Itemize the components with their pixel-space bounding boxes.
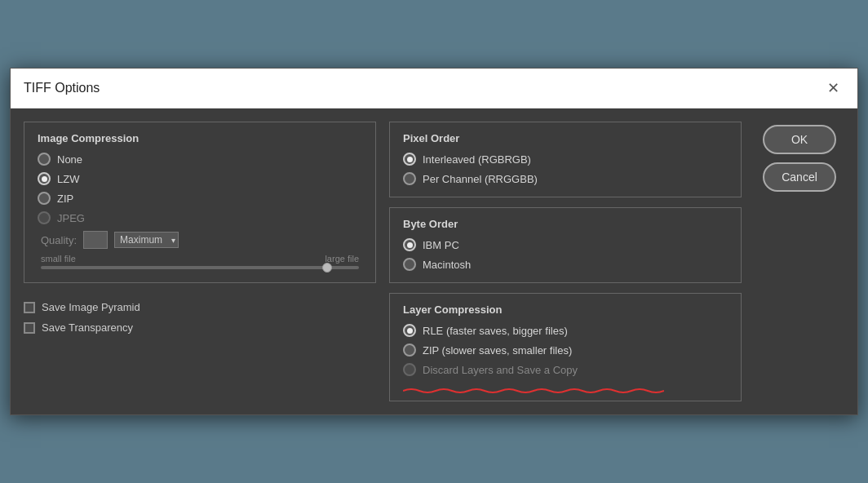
layer-rle-radio[interactable] [403, 324, 416, 337]
layer-zip-row[interactable]: ZIP (slower saves, smaller files) [403, 343, 728, 357]
save-transparency-row[interactable]: Save Transparency [24, 321, 376, 334]
dialog-body: Image Compression None LZW ZIP [11, 109, 857, 414]
byte-ibm-row[interactable]: IBM PC [403, 238, 728, 251]
byte-mac-label: Macintosh [423, 259, 471, 271]
dialog-title: TIFF Options [24, 81, 100, 95]
scale-large-label: large file [325, 254, 359, 264]
byte-ibm-radio[interactable] [403, 238, 416, 251]
save-pyramid-label: Save Image Pyramid [42, 301, 140, 313]
quality-label: Quality: [41, 234, 77, 246]
compression-lzw-radio[interactable] [38, 172, 51, 185]
red-squiggle-svg [403, 388, 664, 394]
quality-scale-row: small file large file [38, 254, 362, 269]
pixel-interleaved-row[interactable]: Interleaved (RGBRGB) [403, 153, 728, 166]
ok-button[interactable]: OK [763, 125, 836, 154]
byte-order-section: Byte Order IBM PC Macintosh [389, 207, 742, 283]
compression-lzw-radio-inner [42, 176, 47, 182]
layer-discard-label: Discard Layers and Save a Copy [423, 364, 578, 376]
compression-jpeg-radio [38, 211, 51, 224]
scale-thumb[interactable] [322, 263, 332, 273]
save-options-section: Save Image Pyramid Save Transparency [24, 296, 376, 339]
pixel-per-channel-label: Per Channel (RRGGBB) [423, 173, 538, 185]
compression-zip-radio[interactable] [38, 192, 51, 205]
compression-none-radio[interactable] [38, 153, 51, 166]
byte-ibm-radio-inner [407, 242, 413, 248]
title-bar: TIFF Options ✕ [11, 69, 857, 109]
save-pyramid-row[interactable]: Save Image Pyramid [24, 301, 376, 313]
layer-discard-radio [403, 363, 416, 376]
byte-mac-row[interactable]: Macintosh [403, 258, 728, 271]
scale-small-label: small file [41, 254, 76, 264]
byte-ibm-label: IBM PC [423, 239, 459, 251]
image-compression-section: Image Compression None LZW ZIP [24, 122, 376, 283]
pixel-interleaved-radio[interactable] [403, 153, 416, 166]
save-transparency-checkbox[interactable] [24, 322, 35, 334]
compression-jpeg-label: JPEG [57, 212, 85, 224]
save-transparency-label: Save Transparency [42, 321, 133, 334]
right-panel: Pixel Order Interleaved (RGBRGB) Per Cha… [389, 122, 742, 401]
pixel-interleaved-label: Interleaved (RGBRGB) [423, 153, 531, 166]
scale-track[interactable] [41, 266, 359, 269]
red-squiggle-area [403, 383, 728, 389]
layer-zip-radio[interactable] [403, 343, 416, 357]
pixel-order-title: Pixel Order [403, 132, 728, 144]
compression-lzw-label: LZW [57, 173, 79, 185]
byte-order-title: Byte Order [403, 218, 728, 230]
layer-rle-label: RLE (faster saves, bigger files) [423, 325, 568, 337]
pixel-per-channel-row[interactable]: Per Channel (RRGGBB) [403, 172, 728, 185]
pixel-interleaved-radio-inner [407, 157, 413, 162]
quality-select-wrap: Maximum High Medium Low [114, 232, 179, 248]
pixel-order-section: Pixel Order Interleaved (RGBRGB) Per Cha… [389, 122, 742, 197]
compression-none-row[interactable]: None [38, 153, 362, 166]
tiff-options-dialog: TIFF Options ✕ Image Compression None L [10, 68, 858, 415]
close-button[interactable]: ✕ [822, 77, 844, 100]
byte-mac-radio[interactable] [403, 258, 416, 271]
compression-zip-row[interactable]: ZIP [38, 192, 362, 205]
compression-none-label: None [57, 153, 82, 166]
pixel-per-channel-radio[interactable] [403, 172, 416, 185]
compression-jpeg-row: JPEG [38, 211, 362, 224]
quality-row: Quality: Maximum High Medium Low [38, 231, 362, 249]
left-panel: Image Compression None LZW ZIP [24, 122, 376, 401]
layer-rle-row[interactable]: RLE (faster saves, bigger files) [403, 324, 728, 337]
action-buttons-panel: OK Cancel [755, 122, 844, 401]
layer-rle-radio-inner [407, 328, 413, 334]
quality-swatch [83, 231, 108, 249]
image-compression-title: Image Compression [38, 132, 362, 144]
scale-labels: small file large file [41, 254, 359, 264]
layer-compression-section: Layer Compression RLE (faster saves, big… [389, 293, 742, 401]
quality-select[interactable]: Maximum High Medium Low [114, 232, 179, 248]
layer-compression-title: Layer Compression [403, 304, 728, 316]
compression-lzw-row[interactable]: LZW [38, 172, 362, 185]
save-pyramid-checkbox[interactable] [24, 302, 35, 313]
compression-zip-label: ZIP [57, 193, 73, 205]
cancel-button[interactable]: Cancel [763, 162, 836, 192]
layer-zip-label: ZIP (slower saves, smaller files) [423, 344, 572, 357]
layer-discard-row: Discard Layers and Save a Copy [403, 363, 728, 376]
